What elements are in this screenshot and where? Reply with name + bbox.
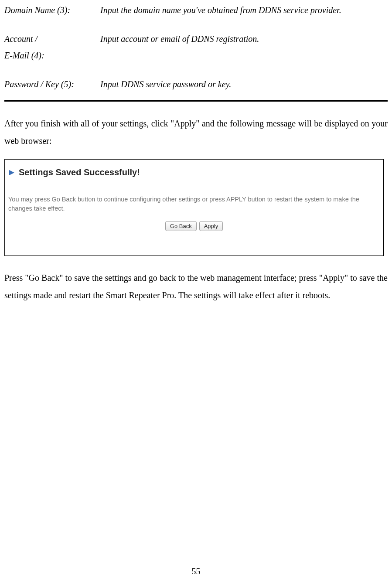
section-divider — [4, 100, 388, 102]
definition-description: Input the domain name you've obtained fr… — [100, 2, 388, 18]
document-page: Domain Name (3): Input the domain name y… — [0, 2, 392, 586]
panel-title: Settings Saved Successfully! — [19, 167, 140, 177]
panel-title-row: Settings Saved Successfully! — [8, 167, 381, 177]
definition-label: Domain Name (3): — [4, 2, 100, 18]
panel-message: You may press Go Back button to continue… — [8, 195, 380, 213]
go-back-button[interactable]: Go Back — [165, 221, 197, 231]
panel-button-row: Go Back Apply — [7, 221, 381, 231]
definition-label: Password / Key (5): — [4, 76, 100, 92]
definition-label-line2: E-Mail (4): — [4, 47, 100, 64]
paragraph: Press "Go Back" to save the settings and… — [4, 269, 388, 304]
definition-description: Input account or email of DDNS registrat… — [100, 31, 388, 64]
definition-row: Domain Name (3): Input the domain name y… — [4, 2, 388, 18]
page-number: 55 — [0, 566, 392, 576]
definition-label: Account / E-Mail (4): — [4, 31, 100, 64]
definition-row: Account / E-Mail (4): Input account or e… — [4, 31, 388, 64]
settings-saved-panel: Settings Saved Successfully! You may pre… — [4, 159, 384, 256]
paragraph: After you finish with all of your settin… — [4, 115, 388, 150]
definition-description: Input DDNS service password or key. — [100, 76, 388, 92]
apply-button[interactable]: Apply — [199, 221, 223, 231]
svg-marker-0 — [9, 170, 14, 175]
definition-label-line1: Account / — [4, 31, 100, 47]
arrow-right-icon — [8, 169, 15, 176]
definition-row: Password / Key (5): Input DDNS service p… — [4, 76, 388, 92]
definitions-table: Domain Name (3): Input the domain name y… — [4, 2, 388, 92]
